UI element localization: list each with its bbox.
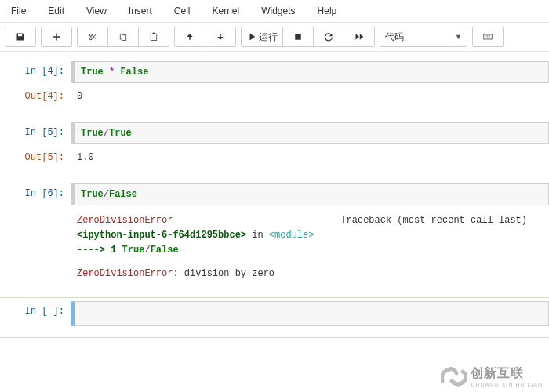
traceback-output: ZeroDivisionError Traceback (most recent… xyxy=(71,209,549,286)
code-cell[interactable]: In [ ]: xyxy=(0,301,549,326)
move-down-button[interactable] xyxy=(205,27,236,47)
menu-widgets[interactable]: Widgets xyxy=(250,5,306,16)
scissors-icon xyxy=(88,32,97,42)
svg-rect-3 xyxy=(153,33,155,34)
menu-view[interactable]: View xyxy=(75,5,118,16)
in-prompt: In [5]: xyxy=(0,122,71,138)
token-true: True xyxy=(122,245,145,256)
code-cell[interactable]: In [6]: True/False xyxy=(0,183,549,205)
paste-icon xyxy=(149,32,158,42)
watermark-text: 创新互联 xyxy=(471,366,524,379)
svg-rect-2 xyxy=(151,34,157,40)
menu-file[interactable]: File xyxy=(0,5,37,16)
chevron-down-icon: ▼ xyxy=(455,33,462,41)
separator xyxy=(0,297,549,298)
code-input[interactable]: True/True xyxy=(71,122,549,144)
output-row: Out[5]: 1.0 xyxy=(0,147,549,168)
traceback-source: <ipython-input-6-f64d1295bbce> xyxy=(77,230,246,241)
cell-type-select[interactable]: 代码 ▼ xyxy=(380,27,467,47)
menu-insert[interactable]: Insert xyxy=(118,5,163,16)
watermark-subtext: CHUANG XIN HU LIAN xyxy=(471,382,543,387)
run-icon xyxy=(246,32,256,42)
plus-icon xyxy=(52,32,61,42)
paste-button[interactable] xyxy=(138,27,169,47)
traceback-row: ZeroDivisionError Traceback (most recent… xyxy=(0,209,549,286)
copy-button[interactable] xyxy=(107,27,139,47)
token-op: / xyxy=(144,245,150,256)
arrow-up-icon xyxy=(185,32,195,42)
cell-type-value: 代码 xyxy=(385,31,404,44)
output-text: 1.0 xyxy=(71,147,549,168)
error-name: ZeroDivisionError xyxy=(77,268,173,279)
fast-forward-icon xyxy=(354,32,364,42)
empty-prompt xyxy=(0,209,71,213)
save-button[interactable] xyxy=(5,27,36,47)
code-input[interactable] xyxy=(71,301,549,326)
traceback-in: in xyxy=(246,230,269,241)
separator xyxy=(0,337,549,338)
logo-icon xyxy=(441,365,467,387)
run-button[interactable]: 运行 xyxy=(241,27,283,47)
add-cell-button[interactable] xyxy=(41,27,72,47)
output-row: Out[4]: 0 xyxy=(0,86,549,107)
notebook-container: In [4]: True * False Out[4]: 0 In [5]: T… xyxy=(0,52,549,338)
keyboard-icon xyxy=(483,32,493,42)
in-prompt: In [6]: xyxy=(0,183,71,199)
svg-rect-1 xyxy=(122,35,126,41)
token-true: True xyxy=(81,189,104,200)
token-true: True xyxy=(81,67,104,78)
code-input[interactable]: True/False xyxy=(71,183,549,205)
cut-button[interactable] xyxy=(77,27,108,47)
in-prompt: In [4]: xyxy=(0,61,71,77)
token-true: True xyxy=(81,128,104,139)
token-op: / xyxy=(104,128,109,139)
menu-help[interactable]: Help xyxy=(307,5,348,16)
traceback-arrow: ----> 1 xyxy=(77,245,122,256)
arrow-down-icon xyxy=(216,32,225,42)
code-cell[interactable]: In [5]: True/True xyxy=(0,122,549,144)
restart-icon xyxy=(324,32,333,42)
token-op: / xyxy=(104,189,109,200)
restart-button[interactable] xyxy=(313,27,344,47)
code-input[interactable]: True * False xyxy=(71,61,549,83)
menu-kernel[interactable]: Kernel xyxy=(202,5,251,16)
copy-icon xyxy=(118,32,128,42)
traceback-label: Traceback (most recent call last) xyxy=(340,213,527,228)
watermark: 创新互联 CHUANG XIN HU LIAN xyxy=(441,365,543,387)
svg-rect-4 xyxy=(295,34,301,40)
save-icon xyxy=(16,32,25,42)
menubar: File Edit View Insert Cell Kernel Widget… xyxy=(0,0,549,23)
stop-button[interactable] xyxy=(282,27,314,47)
code-cell[interactable]: In [4]: True * False xyxy=(0,61,549,83)
stop-icon xyxy=(293,32,303,42)
error-message: : division by zero xyxy=(173,268,274,279)
token-false: False xyxy=(109,189,137,200)
run-label: 运行 xyxy=(259,31,278,44)
out-prompt: Out[4]: xyxy=(0,86,71,102)
restart-run-all-button[interactable] xyxy=(344,27,375,47)
token-false: False xyxy=(120,67,148,78)
menu-edit[interactable]: Edit xyxy=(37,5,75,16)
error-name: ZeroDivisionError xyxy=(77,213,173,228)
in-prompt: In [ ]: xyxy=(0,301,71,317)
output-text: 0 xyxy=(71,86,549,107)
toolbar: 运行 代码 ▼ xyxy=(0,23,549,52)
menu-cell[interactable]: Cell xyxy=(163,5,202,16)
token-true: True xyxy=(109,128,132,139)
move-up-button[interactable] xyxy=(174,27,205,47)
token-op: * xyxy=(104,67,121,78)
token-false: False xyxy=(151,245,179,256)
out-prompt: Out[5]: xyxy=(0,147,71,163)
command-palette-button[interactable] xyxy=(472,27,504,47)
traceback-module: <module> xyxy=(269,230,314,241)
